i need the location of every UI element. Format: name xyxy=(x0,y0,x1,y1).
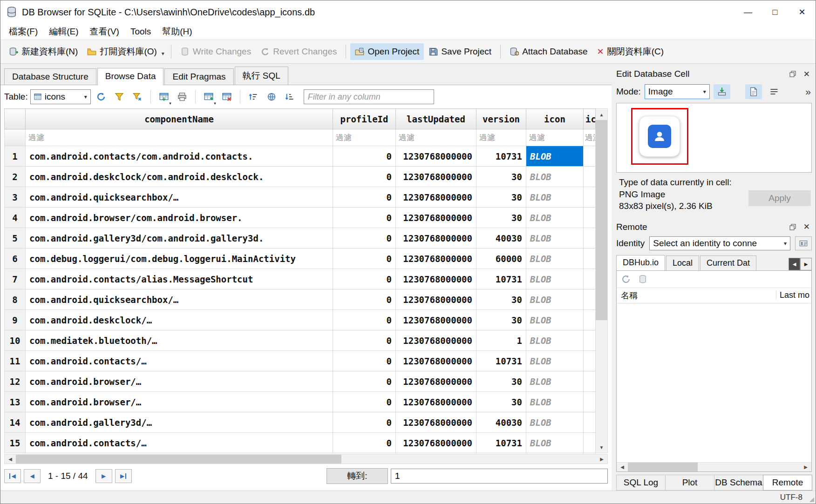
open-project-button[interactable]: Open Project xyxy=(350,43,424,60)
componentName-cell[interactable]: com.android.contacts/… xyxy=(26,433,333,453)
version-cell[interactable]: 10731 xyxy=(476,269,526,289)
icon-blob-cell[interactable]: BLOB xyxy=(526,208,584,228)
identity-selector[interactable]: Select an identity to conne ▾ xyxy=(649,236,790,250)
sort-ascending-button[interactable] xyxy=(245,89,261,105)
column-header-version[interactable]: version xyxy=(476,109,526,129)
vertical-scrollbar-thumb[interactable] xyxy=(596,120,607,320)
clipped-cell[interactable] xyxy=(584,371,596,392)
column-header-icon[interactable]: icon xyxy=(526,109,584,129)
filter-input-profileId[interactable]: 過濾 xyxy=(333,129,396,146)
row-number-cell[interactable]: 11 xyxy=(5,351,26,371)
filter-input-icon[interactable]: 過濾 xyxy=(526,129,584,146)
profileId-cell[interactable]: 0 xyxy=(333,289,396,310)
lastUpdated-cell[interactable]: 1230768000000 xyxy=(396,146,476,167)
table-row[interactable]: 14 com.android.gallery3d/… 0 12307680000… xyxy=(5,412,596,433)
delete-record-button[interactable] xyxy=(219,89,235,105)
import-identity-button[interactable] xyxy=(795,236,812,250)
text-align-button[interactable] xyxy=(766,84,782,99)
scroll-right-icon[interactable]: ▶ xyxy=(800,463,811,471)
profileId-cell[interactable]: 0 xyxy=(333,167,396,187)
version-cell[interactable]: 30 xyxy=(476,310,526,330)
table-row[interactable]: 10 com.mediatek.bluetooth/… 0 1230768000… xyxy=(5,330,596,351)
version-cell[interactable]: 30 xyxy=(476,208,526,228)
column-header-clipped[interactable]: ic xyxy=(584,109,596,129)
document-tab[interactable]: 執行 SQL xyxy=(235,67,288,85)
lastUpdated-cell[interactable]: 1230768000000 xyxy=(396,392,476,412)
profileId-cell[interactable]: 0 xyxy=(333,187,396,208)
scroll-up-icon[interactable]: ▲ xyxy=(596,109,607,120)
version-cell[interactable]: 10731 xyxy=(476,433,526,453)
filter-any-column-input[interactable] xyxy=(304,89,434,104)
remote-tab[interactable]: DBHub.io xyxy=(616,255,665,270)
version-cell[interactable]: 1 xyxy=(476,330,526,351)
float-dock-icon[interactable] xyxy=(789,224,796,230)
lastUpdated-cell[interactable]: 1230768000000 xyxy=(396,249,476,269)
profileId-cell[interactable]: 0 xyxy=(333,330,396,351)
version-cell[interactable]: 40030 xyxy=(476,228,526,249)
row-number-cell[interactable]: 15 xyxy=(5,433,26,453)
remote-horizontal-scrollbar[interactable]: ◀ ▶ xyxy=(617,462,811,471)
table-row[interactable]: 5 com.android.gallery3d/com.android.gall… xyxy=(5,228,596,249)
refresh-button[interactable] xyxy=(93,89,109,105)
icon-blob-cell[interactable]: BLOB xyxy=(526,269,584,289)
icon-blob-cell[interactable]: BLOB xyxy=(526,412,584,433)
profileId-cell[interactable]: 0 xyxy=(333,310,396,330)
lastUpdated-cell[interactable]: 1230768000000 xyxy=(396,371,476,392)
float-dock-icon[interactable] xyxy=(789,71,796,77)
clipped-cell[interactable] xyxy=(584,412,596,433)
profileId-cell[interactable]: 0 xyxy=(333,351,396,371)
version-cell[interactable]: 30 xyxy=(476,289,526,310)
profileId-cell[interactable]: 0 xyxy=(333,208,396,228)
clear-filters-button[interactable] xyxy=(111,89,127,105)
row-number-cell[interactable]: 1 xyxy=(5,146,26,167)
icon-blob-cell[interactable]: BLOB xyxy=(526,392,584,412)
profileId-cell[interactable]: 0 xyxy=(333,228,396,249)
table-row[interactable]: 12 com.android.browser/… 0 1230768000000… xyxy=(5,371,596,392)
previous-page-button[interactable]: ◀ xyxy=(24,469,41,483)
print-button[interactable] xyxy=(174,89,190,105)
row-number-cell[interactable]: 5 xyxy=(5,228,26,249)
version-cell[interactable]: 30 xyxy=(476,392,526,412)
open-database-dropdown-caret-icon[interactable]: ▾ xyxy=(162,47,167,57)
mode-selector[interactable]: Image ▾ xyxy=(645,84,710,99)
profileId-cell[interactable]: 0 xyxy=(333,249,396,269)
lastUpdated-cell[interactable]: 1230768000000 xyxy=(396,289,476,310)
lastUpdated-cell[interactable]: 1230768000000 xyxy=(396,228,476,249)
row-number-cell[interactable]: 9 xyxy=(5,310,26,330)
row-number-cell[interactable]: 6 xyxy=(5,249,26,269)
clipped-cell[interactable] xyxy=(584,310,596,330)
vertical-scrollbar[interactable]: ▲ ▼ xyxy=(596,108,608,453)
import-data-button[interactable] xyxy=(714,84,730,99)
horizontal-scrollbar-thumb[interactable] xyxy=(16,455,341,464)
table-row[interactable]: 7 com.android.contacts/alias.MessageShor… xyxy=(5,269,596,289)
goto-record-button[interactable]: 轉到: xyxy=(326,468,388,484)
lastUpdated-cell[interactable]: 1230768000000 xyxy=(396,433,476,453)
corner-header[interactable] xyxy=(5,109,26,129)
encoding-selector[interactable]: UTF-8 xyxy=(780,493,802,502)
image-view-button[interactable] xyxy=(745,84,762,99)
profileId-cell[interactable]: 0 xyxy=(333,269,396,289)
clipped-cell[interactable] xyxy=(584,167,596,187)
menu-item[interactable]: Tools xyxy=(125,25,156,39)
row-number-cell[interactable]: 13 xyxy=(5,392,26,412)
remote-tab[interactable]: Current Dat xyxy=(700,255,756,270)
dock-tab[interactable]: Remote xyxy=(763,475,812,491)
scroll-down-icon[interactable]: ▼ xyxy=(596,442,607,453)
lastUpdated-cell[interactable]: 1230768000000 xyxy=(396,351,476,371)
document-tab[interactable]: Edit Pragmas xyxy=(164,68,233,85)
close-dock-icon[interactable]: ✕ xyxy=(803,222,810,232)
table-row[interactable]: 15 com.android.contacts/… 0 123076800000… xyxy=(5,433,596,453)
version-cell[interactable]: 30 xyxy=(476,167,526,187)
version-cell[interactable]: 60000 xyxy=(476,249,526,269)
icon-blob-cell[interactable]: BLOB xyxy=(526,167,584,187)
column-header-componentName[interactable]: componentName xyxy=(26,109,333,129)
clipped-cell[interactable] xyxy=(584,187,596,208)
dock-tab[interactable]: Plot xyxy=(665,475,714,491)
lastUpdated-cell[interactable]: 1230768000000 xyxy=(396,269,476,289)
tab-scroll-right-icon[interactable]: ▶ xyxy=(800,258,812,270)
scroll-right-icon[interactable]: ▶ xyxy=(596,455,607,464)
clipped-cell[interactable] xyxy=(584,433,596,453)
revert-changes-button[interactable]: Revert Changes xyxy=(256,43,341,60)
column-header-lastUpdated[interactable]: lastUpdated xyxy=(396,109,476,129)
close-icon[interactable]: ✕ xyxy=(789,0,816,24)
